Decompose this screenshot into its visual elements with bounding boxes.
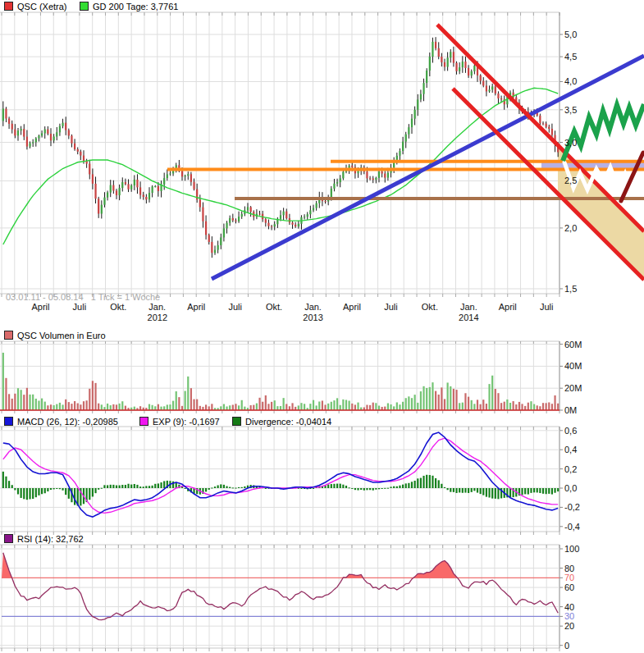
chart-application: 03.01.11 - 05.08.14 1 Tick = 1 Woche 5,0… bbox=[0, 0, 644, 653]
zigzag-green-annotation[interactable] bbox=[563, 104, 644, 161]
rsi-overbought-fill bbox=[2, 553, 560, 620]
volume-chart-plot[interactable] bbox=[0, 341, 563, 413]
macd-chart-plot[interactable] bbox=[0, 427, 563, 535]
candlestick-series bbox=[2, 37, 560, 258]
rsi-line bbox=[3, 553, 558, 620]
rsi-chart-plot[interactable] bbox=[0, 545, 563, 651]
macd-line bbox=[3, 432, 558, 517]
downtrend-red-upper[interactable] bbox=[437, 25, 644, 231]
price-chart-plot[interactable] bbox=[0, 12, 644, 297]
chart-canvas[interactable] bbox=[0, 0, 644, 653]
